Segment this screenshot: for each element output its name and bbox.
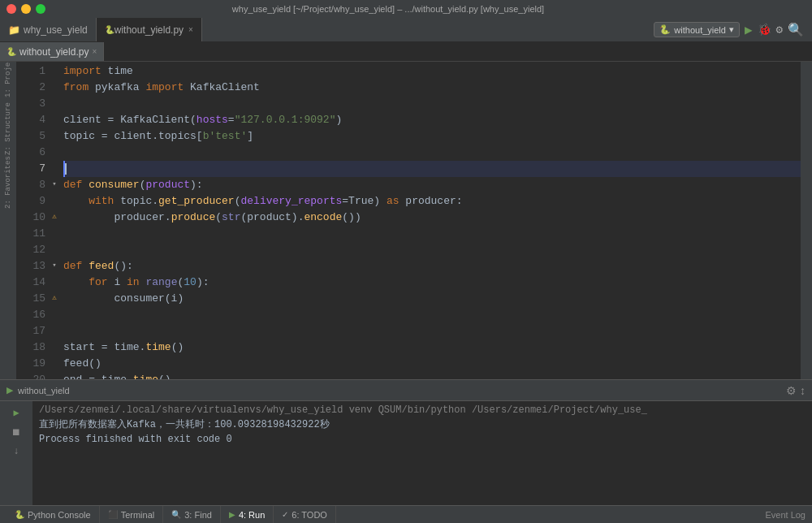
console-finish-line: Process finished with exit code 0: [39, 432, 794, 447]
code-line-19: feed(): [63, 356, 801, 372]
code-line-9: with topic.get_producer(delivery_reports…: [63, 193, 801, 210]
todo-label: 6: TODO: [292, 510, 327, 520]
line-num-14: 14: [19, 274, 45, 291]
close-button[interactable]: [6, 4, 16, 14]
run-stop-button[interactable]: ⏹: [8, 424, 24, 440]
code-line-4: client = KafkaClient(hosts="127.0.0.1:90…: [63, 112, 801, 128]
run-config-label: without_yield: [674, 25, 726, 35]
file-tab[interactable]: 🐍 without_yield.py ×: [97, 18, 202, 41]
fold-marker-13[interactable]: ▾: [49, 257, 60, 273]
console-cmd-line: /Users/zenmei/.local/share/virtualenvs/w…: [39, 403, 794, 417]
editor-file-tab[interactable]: 🐍 without_yield.py ×: [0, 42, 104, 61]
run-panel-title: without_yield: [18, 386, 70, 395]
run-panel-sidebar: ▶ ⏹ ↓: [0, 401, 32, 505]
file-tab-close-icon[interactable]: ×: [188, 25, 193, 34]
minimize-button[interactable]: [21, 4, 31, 14]
find-tab[interactable]: 🔍 3: Find: [163, 506, 221, 523]
line-num-12: 12: [19, 242, 45, 258]
run-scroll-button[interactable]: ↓: [8, 443, 24, 460]
fold-marker-10: ⚠: [49, 208, 60, 224]
line-num-19: 19: [19, 356, 45, 372]
code-line-7: [63, 161, 801, 177]
code-line-10: producer.produce(str(product).encode()): [63, 210, 801, 226]
code-line-3: [63, 96, 801, 112]
run-controls: 🐍 without_yield ▾ ▶ 🐞 ⚙ 🔍: [654, 22, 812, 38]
project-tab[interactable]: 📁 why_use_yield: [0, 18, 97, 41]
fold-column: ▾ ⚠ ▾ ⚠: [49, 62, 60, 379]
find-label: 3: Find: [184, 510, 212, 520]
titlebar: why_use_yield [~/Project/why_use_yield] …: [0, 0, 812, 18]
run-panel: ▶ without_yield ⚙ ↕ ▶ ⏹ ↓ /Users/zenmei/…: [0, 379, 812, 505]
run-button[interactable]: ▶: [745, 22, 753, 38]
line-num-5: 5: [19, 128, 45, 145]
side-panel-icons: 1: Project Z: Structure 2: Favorites: [0, 62, 16, 379]
tabbar: 📁 why_use_yield 🐍 without_yield.py × 🐍 w…: [0, 18, 812, 42]
editor-file-tab-label: without_yield.py: [19, 46, 89, 58]
console-output-line1: 直到把所有数据塞入Kafka，一共耗时：100.09328198432922秒: [39, 417, 794, 432]
code-line-13: def feed():: [63, 258, 801, 274]
run-config-icon: 🐍: [659, 24, 671, 35]
todo-tab[interactable]: ✓ 6: TODO: [274, 506, 336, 523]
run-config-chevron: ▾: [729, 24, 734, 35]
line-num-17: 17: [19, 323, 45, 339]
code-line-12: [63, 242, 801, 258]
line-num-15: 15: [19, 291, 45, 307]
code-line-17: [63, 323, 801, 339]
more-actions-button[interactable]: ⚙: [776, 23, 783, 37]
code-content[interactable]: import time from pykafka import KafkaCli…: [60, 62, 801, 379]
run-tab[interactable]: ▶ 4: Run: [221, 506, 274, 523]
run-configuration-dropdown[interactable]: 🐍 without_yield ▾: [654, 22, 740, 37]
code-line-16: [63, 307, 801, 323]
code-line-8: def consumer(product):: [63, 177, 801, 193]
terminal-label: Terminal: [121, 510, 155, 520]
search-everywhere-button[interactable]: 🔍: [788, 22, 804, 38]
run-panel-scrollbar[interactable]: [801, 401, 812, 505]
event-log-button[interactable]: Event Log: [765, 510, 806, 520]
python-console-icon: 🐍: [15, 510, 24, 519]
code-line-11: [63, 226, 801, 242]
code-line-15: consumer(i): [63, 291, 801, 307]
line-num-20: 20: [19, 372, 45, 379]
line-num-10: 10: [19, 210, 45, 226]
text-cursor: [65, 163, 67, 175]
editor-tab-close-icon[interactable]: ×: [92, 47, 97, 56]
code-line-18: start = time.time(): [63, 339, 801, 356]
code-line-2: from pykafka import KafkaClient: [63, 80, 801, 96]
run-tab-label: 4: Run: [239, 510, 265, 520]
terminal-tab[interactable]: ⬛ Terminal: [100, 506, 164, 523]
line-num-16: 16: [19, 307, 45, 323]
favorites-panel-icon[interactable]: 2: Favorites: [0, 172, 16, 193]
debug-button[interactable]: 🐞: [758, 23, 771, 37]
terminal-icon: ⬛: [108, 510, 118, 519]
code-line-14: for i in range(10):: [63, 274, 801, 291]
todo-icon: ✓: [282, 510, 288, 519]
structure-panel-icon[interactable]: Z: Structure: [0, 119, 16, 140]
line-num-11: 11: [19, 226, 45, 242]
python-console-tab[interactable]: 🐍 Python Console: [6, 506, 100, 523]
code-editor[interactable]: 1 2 3 4 5 6 7 8 9 10 11 12 13 14 15 16 1: [16, 62, 812, 379]
line-num-7: 7: [19, 161, 45, 177]
line-num-9: 9: [19, 193, 45, 210]
line-num-18: 18: [19, 339, 45, 356]
traffic-lights: [0, 4, 45, 14]
window-title: why_use_yield [~/Project/why_use_yield] …: [45, 4, 731, 14]
panel-settings-icon[interactable]: ⚙ ↕: [786, 384, 806, 397]
editor-area: 1: Project Z: Structure 2: Favorites 1 2…: [0, 62, 812, 379]
python-file-icon: 🐍: [105, 25, 114, 34]
bottom-toolbar: 🐍 Python Console ⬛ Terminal 🔍 3: Find ▶ …: [0, 505, 812, 523]
code-line-5: topic = client.topics[b'test']: [63, 128, 801, 145]
line-num-8: 8: [19, 177, 45, 193]
project-icon: 📁: [8, 24, 20, 36]
fold-marker-8[interactable]: ▾: [49, 175, 60, 192]
run-panel-content: ▶ ⏹ ↓ /Users/zenmei/.local/share/virtual…: [0, 401, 812, 505]
editor-scrollbar[interactable]: [801, 62, 812, 379]
maximize-button[interactable]: [36, 4, 45, 14]
project-panel-icon[interactable]: 1: Project: [0, 65, 16, 86]
code-line-1: import time: [63, 63, 801, 80]
event-log-label: Event Log: [765, 510, 806, 520]
line-num-3: 3: [19, 96, 45, 112]
find-icon: 🔍: [171, 510, 181, 519]
run-tab-icon: ▶: [229, 510, 235, 519]
python-icon: 🐍: [6, 47, 16, 56]
run-restart-button[interactable]: ▶: [8, 404, 24, 421]
